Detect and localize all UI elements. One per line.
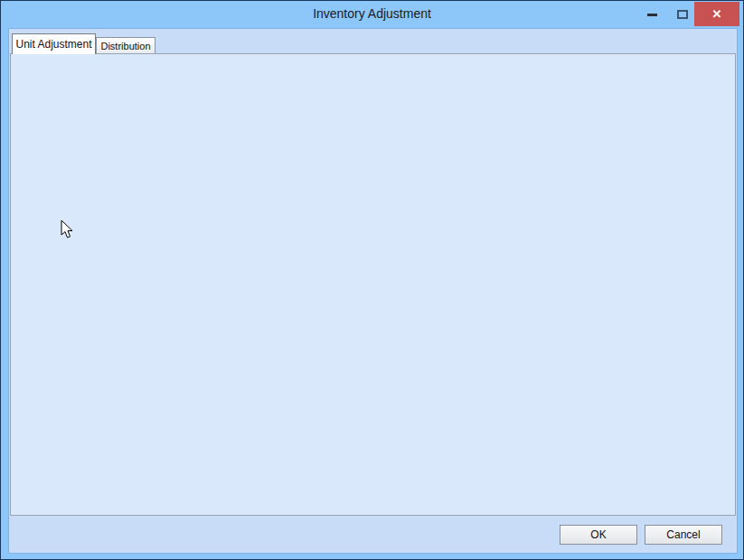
- title-bar: Inventory Adjustment ✕: [1, 1, 743, 28]
- window-title: Inventory Adjustment: [1, 6, 743, 21]
- ok-button-label: OK: [590, 528, 606, 541]
- close-button[interactable]: ✕: [694, 2, 739, 26]
- tab-distribution[interactable]: Distribution: [96, 37, 155, 54]
- dialog-window: Inventory Adjustment ✕ Unit Adjustment D…: [0, 0, 744, 560]
- ok-button[interactable]: OK: [560, 525, 637, 545]
- maximize-icon: [677, 10, 688, 19]
- mouse-pointer: [61, 220, 74, 239]
- tab-unit-adjustment[interactable]: Unit Adjustment: [12, 33, 96, 54]
- minimize-icon: [647, 14, 657, 16]
- unit-adjustment-tab-page: [10, 53, 736, 516]
- cancel-button-label: Cancel: [666, 528, 700, 541]
- minimize-button[interactable]: [643, 6, 661, 23]
- tab-unit-adjustment-label: Unit Adjustment: [15, 38, 91, 51]
- close-icon: ✕: [712, 7, 722, 21]
- maximize-button[interactable]: [673, 6, 692, 23]
- tab-distribution-label: Distribution: [100, 41, 150, 51]
- cancel-button[interactable]: Cancel: [645, 525, 722, 545]
